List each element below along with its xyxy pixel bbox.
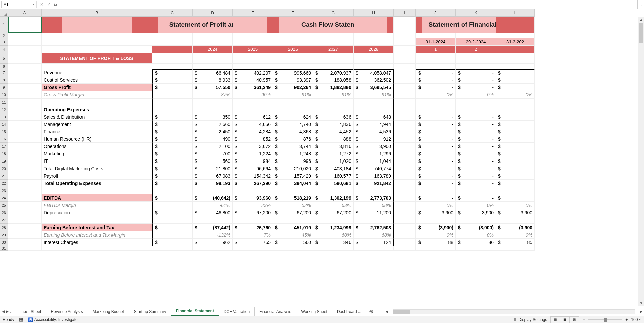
cell-B20[interactable]: Total Digital Marketing Costs xyxy=(42,165,152,172)
row-header-30[interactable]: 30 xyxy=(0,239,8,246)
cell-I18[interactable] xyxy=(394,150,416,157)
cell-D15[interactable]: $2,450 xyxy=(193,128,233,135)
cell-D22[interactable]: $98,193 xyxy=(193,180,233,187)
cell-K16[interactable]: $- xyxy=(456,135,496,143)
cell-J20[interactable]: $- xyxy=(416,165,456,172)
cell-K1[interactable]: Statement of Financial Position xyxy=(456,17,496,33)
row-header-3[interactable]: 3 xyxy=(0,38,8,46)
cell-J23[interactable] xyxy=(416,187,456,194)
cell-J5[interactable] xyxy=(416,53,456,64)
cell-C10[interactable] xyxy=(152,91,193,99)
cell-K18[interactable]: $- xyxy=(456,150,496,157)
cell-D20[interactable]: $21,800 xyxy=(193,165,233,172)
cell-C7[interactable]: $ xyxy=(152,69,193,76)
cell-G23[interactable] xyxy=(313,187,354,194)
cell-I30[interactable] xyxy=(394,239,416,246)
cell-J17[interactable]: $- xyxy=(416,143,456,150)
cell-L1[interactable] xyxy=(496,17,535,33)
cell-A2[interactable] xyxy=(8,33,42,38)
cell-J24[interactable]: $- xyxy=(416,194,456,202)
cell-A27[interactable] xyxy=(8,216,42,224)
cell-E20[interactable]: $96,664 xyxy=(233,165,273,172)
cell-K9[interactable]: $- xyxy=(456,84,496,91)
cell-I27[interactable] xyxy=(394,216,416,224)
cell-B14[interactable]: Management xyxy=(42,121,152,128)
row-header-28[interactable]: 28 xyxy=(0,224,8,231)
cell-L9[interactable]: $ xyxy=(496,84,535,91)
cell-D26[interactable]: $46,800 xyxy=(193,209,233,216)
cell-C21[interactable]: $ xyxy=(152,172,193,180)
cell-C2[interactable] xyxy=(152,33,193,38)
cell-A13[interactable] xyxy=(8,113,42,121)
cell-F9[interactable]: $902,264 xyxy=(273,84,313,91)
cell-J19[interactable]: $- xyxy=(416,157,456,165)
cell-K14[interactable]: $- xyxy=(456,121,496,128)
cell-F29[interactable]: 45% xyxy=(273,231,313,239)
cell-K26[interactable]: $3,900 xyxy=(456,209,496,216)
cell-E14[interactable]: $4,656 xyxy=(233,121,273,128)
cell-L16[interactable]: $ xyxy=(496,135,535,143)
cell-F25[interactable]: 52% xyxy=(273,202,313,209)
cell-F24[interactable]: $518,219 xyxy=(273,194,313,202)
cell-A24[interactable] xyxy=(8,194,42,202)
cell-A17[interactable] xyxy=(8,143,42,150)
cell-K19[interactable]: $- xyxy=(456,157,496,165)
cell-J15[interactable]: $- xyxy=(416,128,456,135)
col-header-A[interactable]: A xyxy=(8,9,42,16)
cell-K24[interactable]: $- xyxy=(456,194,496,202)
cell-D3[interactable] xyxy=(193,38,233,46)
cell-D16[interactable]: $490 xyxy=(193,135,233,143)
cell-C16[interactable]: $ xyxy=(152,135,193,143)
cell-H15[interactable]: $4,536 xyxy=(354,128,394,135)
cell-F20[interactable]: $210,020 xyxy=(273,165,313,172)
zoom-slider-thumb[interactable] xyxy=(604,318,607,322)
cell-J14[interactable]: $- xyxy=(416,121,456,128)
cell-H23[interactable] xyxy=(354,187,394,194)
cell-D4[interactable]: 2024 xyxy=(193,46,233,53)
col-header-F[interactable]: F xyxy=(273,9,313,16)
cell-I5[interactable] xyxy=(394,53,416,64)
sheet-tab-working-sheet[interactable]: Working Sheet xyxy=(296,307,332,316)
cell-A25[interactable] xyxy=(8,202,42,209)
cancel-icon[interactable]: ✕ xyxy=(40,2,44,7)
cell-I1[interactable] xyxy=(394,17,416,33)
col-header-I[interactable]: I xyxy=(394,9,416,16)
cell-A10[interactable] xyxy=(8,91,42,99)
cell-B24[interactable]: EBITDA xyxy=(42,194,152,202)
cell-I17[interactable] xyxy=(394,143,416,150)
cell-A6[interactable] xyxy=(8,64,42,69)
cell-L29[interactable]: 0% xyxy=(496,231,535,239)
view-page-layout-icon[interactable]: ▣ xyxy=(560,317,570,323)
cell-F22[interactable]: $384,044 xyxy=(273,180,313,187)
cell-B30[interactable]: Interest Charges xyxy=(42,239,152,246)
cell-K4[interactable]: 2 xyxy=(456,46,496,53)
cell-E26[interactable]: $67,200 xyxy=(233,209,273,216)
cell-K20[interactable]: $- xyxy=(456,165,496,172)
cell-B28[interactable]: Earning Before Interest and Tax xyxy=(42,224,152,231)
cell-H3[interactable] xyxy=(354,38,394,46)
cell-C22[interactable]: $ xyxy=(152,180,193,187)
col-header-J[interactable]: J xyxy=(416,9,456,16)
cell-F28[interactable]: $451,019 xyxy=(273,224,313,231)
cell-J28[interactable]: $(3,900) xyxy=(416,224,456,231)
sheet-tab-start-up-summary[interactable]: Start up Summary xyxy=(129,307,171,316)
cell-H10[interactable]: 91% xyxy=(354,91,394,99)
cell-L14[interactable]: $ xyxy=(496,121,535,128)
cell-D18[interactable]: $700 xyxy=(193,150,233,157)
cell-I21[interactable] xyxy=(394,172,416,180)
cell-F15[interactable]: $4,368 xyxy=(273,128,313,135)
cell-G6[interactable] xyxy=(313,64,354,69)
cell-J12[interactable] xyxy=(416,106,456,113)
cell-F10[interactable]: 91% xyxy=(273,91,313,99)
cell-D1[interactable]: Statement of Profit and Loss xyxy=(193,17,233,33)
cell-K21[interactable]: $- xyxy=(456,172,496,180)
cell-F17[interactable]: $3,744 xyxy=(273,143,313,150)
formula-input[interactable] xyxy=(61,1,637,8)
cell-E19[interactable]: $984 xyxy=(233,157,273,165)
cell-G12[interactable] xyxy=(313,106,354,113)
cell-C17[interactable]: $ xyxy=(152,143,193,150)
cell-E1[interactable] xyxy=(233,17,273,33)
cell-F12[interactable] xyxy=(273,106,313,113)
cell-K3[interactable]: 29-2-2024 xyxy=(456,38,496,46)
row-header-26[interactable]: 26 xyxy=(0,209,8,216)
